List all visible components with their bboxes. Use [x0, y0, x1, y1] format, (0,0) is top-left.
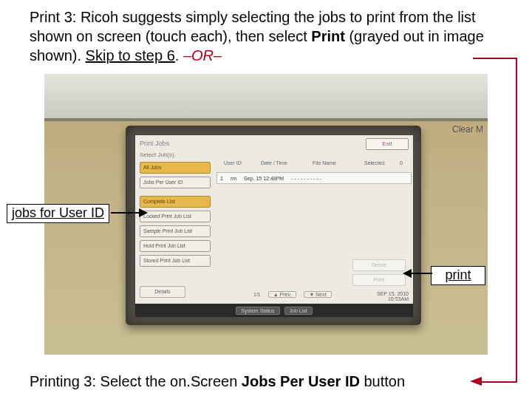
right-button-col: Delete Print [352, 259, 406, 286]
exit-button[interactable]: Exit [366, 138, 409, 150]
jobs-per-user-id-button[interactable]: Jobs Per User ID [140, 177, 211, 188]
pager: 1/1 ▲ Prev. ▼ Next [253, 291, 332, 298]
timestamp-time: 10:53AM [377, 296, 409, 302]
connector-line [516, 58, 517, 383]
col-date-time: Date / Time [261, 160, 287, 166]
left-tab-col: All Jobs Jobs Per User ID Complete List … [140, 162, 211, 270]
caption-period: . [175, 47, 183, 64]
job-user: rm [231, 176, 236, 181]
touchscreen[interactable]: Print Jobs Exit Select Job(s). User ID D… [134, 134, 414, 318]
prev-button[interactable]: ▲ Prev. [268, 291, 297, 298]
caption-bottom-bold: Jobs Per User ID [242, 373, 360, 389]
print-button[interactable]: Print [352, 274, 406, 286]
callout-print-text: print [445, 267, 471, 282]
svg-marker-1 [139, 208, 148, 217]
caption-bottom: Printing 3: Select the on.Screen Jobs Pe… [30, 373, 502, 390]
sample-print-button[interactable]: Sample Print Job List [140, 225, 211, 237]
col-selected-count: 0 [400, 160, 403, 166]
svg-marker-4 [470, 377, 482, 386]
stored-print-button[interactable]: Stored Print Job List [140, 255, 211, 267]
system-status-button[interactable]: System Status [236, 307, 279, 315]
callout-jobs-text: jobs for User ID [12, 205, 104, 220]
printer-lid [44, 74, 488, 121]
job-filename: - - - - - - - - - - [291, 176, 321, 181]
job-list-button[interactable]: Job List [284, 307, 313, 315]
arrow-icon-jobs [111, 205, 148, 220]
connector-line [479, 381, 517, 383]
caption-skip: Skip to step 6 [86, 47, 175, 64]
col-user-id: User ID [224, 160, 242, 166]
timestamp: SEP 15, 2010 10:53AM [377, 291, 409, 302]
next-button[interactable]: ▼ Next [304, 291, 331, 298]
job-datetime: Sep. 15 12:48PM [244, 176, 284, 181]
touchscreen-frame: Print Jobs Exit Select Job(s). User ID D… [126, 126, 421, 325]
job-icon: 1 [220, 176, 223, 181]
connector-line [473, 58, 517, 59]
delete-button[interactable]: Delete [352, 259, 406, 271]
hold-print-button[interactable]: Hold Print Job List [140, 240, 211, 252]
details-button[interactable]: Details [140, 286, 185, 298]
caption-or: –OR– [183, 47, 222, 64]
all-jobs-button[interactable]: All Jobs [140, 162, 211, 174]
callout-print: print [431, 266, 485, 285]
svg-marker-3 [403, 269, 412, 278]
caption-print-word: Print [311, 28, 345, 44]
timestamp-date: SEP 15, 2010 [377, 291, 409, 297]
page-indicator: 1/1 [253, 292, 261, 297]
job-list-row[interactable]: 1 rm Sep. 15 12:48PM - - - - - - - - - - [216, 172, 412, 184]
clear-modes-label: Clear M [452, 124, 483, 134]
arrow-icon-print [403, 266, 432, 281]
screen-subtitle: Select Job(s). [140, 151, 176, 158]
caption-top: Print 3: Ricoh suggests simply selecting… [30, 7, 502, 65]
caption-bottom-suffix: button [360, 373, 405, 389]
col-file-name: File Name [313, 160, 336, 166]
bottom-bar: System Status Job List [135, 304, 413, 317]
complete-list-button[interactable]: Complete List [140, 196, 211, 208]
locked-print-button[interactable]: Locked Print Job List [140, 211, 211, 222]
callout-jobs-for-user-id: jobs for User ID [7, 204, 109, 223]
screen-title: Print Jobs [140, 140, 169, 147]
arrow-icon-connector [470, 375, 482, 387]
col-selected: Selected: [364, 160, 386, 166]
caption-bottom-prefix: Printing 3: Select the on.Screen [30, 373, 242, 389]
